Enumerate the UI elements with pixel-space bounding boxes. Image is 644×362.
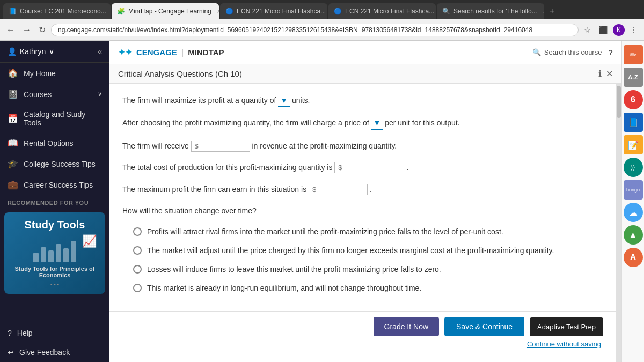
q2-dropdown[interactable]: ▼ — [371, 117, 383, 130]
study-tools-card[interactable]: Study Tools 📈 Study Tools for Principles… — [4, 212, 105, 294]
tab-favicon-1: 🧩 — [117, 8, 125, 15]
sidebar-item-my-home[interactable]: 🏠 My Home — [0, 63, 109, 84]
tab-0[interactable]: 📘 Course: EC 201 Microecono... ✕ — [3, 3, 111, 19]
sidebar-item-courses[interactable]: 📓 Courses ∨ — [0, 84, 109, 105]
content-header-icons: ℹ ✕ — [598, 69, 613, 79]
q6-text: How will the situation change over time? — [122, 206, 257, 215]
sidebar-label-my-home: My Home — [24, 69, 56, 78]
app: 👤 Kathryn ∨ « 🏠 My Home 📓 Courses ∨ 📅 Ca… — [0, 41, 644, 362]
browser-chrome: 📘 Course: EC 201 Microecono... ✕ 🧩 MindT… — [0, 0, 644, 41]
reload-button[interactable]: ↻ — [36, 24, 48, 36]
sidebar-label-catalog: Catalog and Study Tools — [24, 110, 102, 127]
right-icon-book[interactable]: 📘 — [624, 113, 643, 132]
q4-text-before: The total cost of production for this pr… — [122, 163, 334, 172]
address-bar[interactable]: ng.cengage.com/static/nb/ui/evo/index.ht… — [51, 24, 579, 36]
sidebar-item-college-success[interactable]: 🎓 College Success Tips — [0, 153, 109, 174]
right-icon-google[interactable]: ▲ — [624, 225, 643, 245]
adaptive-test-prep-button[interactable]: Adaptive Test Prep — [530, 317, 603, 336]
sidebar: 👤 Kathryn ∨ « 🏠 My Home 📓 Courses ∨ 📅 Ca… — [0, 41, 109, 362]
sidebar-feedback[interactable]: ↩ Give Feedback — [0, 343, 109, 362]
right-sidebar: ✏ A-Z 6 📘 📝 ((· bongo ☁ ▲ A — [621, 41, 644, 362]
back-button[interactable]: ← — [4, 24, 17, 36]
tab-4[interactable]: 🔍 Search results for 'The follo... ✕ — [437, 3, 544, 19]
tab-bar: 📘 Course: EC 201 Microecono... ✕ 🧩 MindT… — [0, 0, 644, 19]
right-icon-a[interactable]: A — [624, 248, 643, 267]
help-question-icon[interactable]: ? — [608, 48, 613, 57]
bookmark-star[interactable]: ☆ — [582, 25, 593, 35]
main-header: ✦✦ CENGAGE | MINDTAP 🔍 Search this cours… — [109, 41, 621, 64]
sidebar-username: Kathryn — [20, 47, 46, 56]
sidebar-item-rental[interactable]: 📖 Rental Options — [0, 132, 109, 153]
menu-button[interactable]: ⋮ — [628, 25, 640, 35]
scrollbar[interactable] — [616, 84, 621, 362]
radio-label-0: Profits will attract rival firms into th… — [147, 226, 503, 238]
right-icon-edit[interactable]: ✏ — [624, 45, 643, 64]
info-button[interactable]: ℹ — [598, 69, 602, 79]
new-tab-button[interactable]: + — [545, 6, 559, 16]
sidebar-item-career-success[interactable]: 💼 Career Success Tips — [0, 174, 109, 195]
rental-icon: 📖 — [8, 138, 18, 148]
tab-2[interactable]: 🔵 ECN 221 Micro Final Flashca... ✕ — [220, 3, 327, 19]
tab-3[interactable]: 🔵 ECN 221 Micro Final Flashca... ✕ — [328, 3, 436, 19]
search-area[interactable]: 🔍 Search this course — [532, 48, 602, 56]
radio-label-2: Losses will induce firms to leave this m… — [147, 264, 441, 275]
sidebar-header: 👤 Kathryn ∨ « — [0, 41, 109, 63]
sidebar-user[interactable]: 👤 Kathryn ∨ — [8, 47, 54, 56]
q2-text-after: per unit for this output. — [385, 119, 459, 127]
tab-1[interactable]: 🧩 MindTap - Cengage Learning ✕ — [112, 3, 219, 19]
profile-button[interactable]: K — [613, 24, 625, 36]
home-icon: 🏠 — [8, 68, 18, 78]
catalog-icon: 📅 — [8, 114, 18, 124]
radio-circle-0 — [133, 227, 142, 236]
extensions-button[interactable]: ⬛ — [596, 25, 610, 35]
tab-close-1[interactable]: ✕ — [217, 8, 219, 15]
radio-circle-1 — [133, 246, 142, 255]
save-continue-button[interactable]: Save & Continue — [444, 317, 524, 336]
tab-favicon-3: 🔵 — [334, 8, 342, 15]
close-button[interactable]: ✕ — [606, 69, 613, 79]
sidebar-item-catalog[interactable]: 📅 Catalog and Study Tools — [0, 105, 109, 132]
question-6: How will the situation change over time? — [122, 205, 603, 217]
tab-favicon-4: 🔍 — [442, 8, 450, 15]
radio-label-1: The market will adjust until the price c… — [147, 245, 554, 256]
content-inner: The firm will maximize its profit at a q… — [109, 84, 616, 362]
scrollbar-thumb[interactable] — [617, 86, 621, 118]
recommended-label: RECOMMENDED FOR YOU — [0, 195, 109, 208]
grade-now-button[interactable]: Grade It Now — [374, 317, 439, 336]
content-title: Critical Analysis Questions (Ch 10) — [118, 69, 242, 78]
tab-label-1: MindTap - Cengage Learning — [128, 8, 211, 15]
user-dropdown-icon: ∨ — [49, 47, 54, 56]
radio-circle-3 — [133, 284, 142, 292]
q4-cost-input[interactable] — [334, 162, 404, 173]
radio-item-0[interactable]: Profits will attract rival firms into th… — [133, 226, 603, 238]
question-2: After choosing the profit maximizing qua… — [122, 117, 603, 130]
right-icon-az[interactable]: A-Z — [624, 68, 643, 87]
radio-item-2[interactable]: Losses will induce firms to leave this m… — [133, 264, 603, 275]
continue-without-saving-link[interactable]: Continue without saving — [527, 340, 603, 348]
radio-item-1[interactable]: The market will adjust until the price c… — [133, 245, 603, 256]
sidebar-collapse-button[interactable]: « — [98, 47, 102, 56]
q5-profit-input[interactable] — [309, 184, 368, 195]
right-icon-6[interactable]: 6 — [624, 90, 643, 109]
right-icon-cloud[interactable]: ☁ — [624, 203, 643, 222]
courses-icon: 📓 — [8, 89, 18, 99]
right-icon-bongo[interactable]: bongo — [624, 180, 643, 200]
tab-label-2: ECN 221 Micro Final Flashca... — [237, 8, 326, 15]
carousel-dots: • • • — [11, 282, 99, 287]
radio-item-3[interactable]: This market is already in long-run equil… — [133, 283, 603, 294]
sidebar-help[interactable]: ? Help — [0, 323, 109, 343]
q4-text-after: . — [406, 163, 408, 172]
search-label: Search this course — [544, 48, 602, 56]
forward-button[interactable]: → — [20, 24, 33, 36]
tab-close-4[interactable]: ✕ — [543, 8, 544, 15]
q3-revenue-input[interactable] — [191, 141, 250, 152]
right-icon-note[interactable]: 📝 — [624, 135, 643, 154]
q1-text-before: The firm will maximize its profit at a q… — [122, 96, 278, 105]
question-1: The firm will maximize its profit at a q… — [122, 94, 603, 107]
radio-label-3: This market is already in long-run equil… — [147, 283, 421, 294]
help-icon: ? — [8, 329, 12, 337]
q1-dropdown[interactable]: ▼ — [278, 94, 290, 107]
content-header: Critical Analysis Questions (Ch 10) ℹ ✕ — [109, 64, 621, 84]
sidebar-label-career: Career Success Tips — [24, 181, 93, 189]
right-icon-wifi[interactable]: ((· — [624, 158, 643, 177]
